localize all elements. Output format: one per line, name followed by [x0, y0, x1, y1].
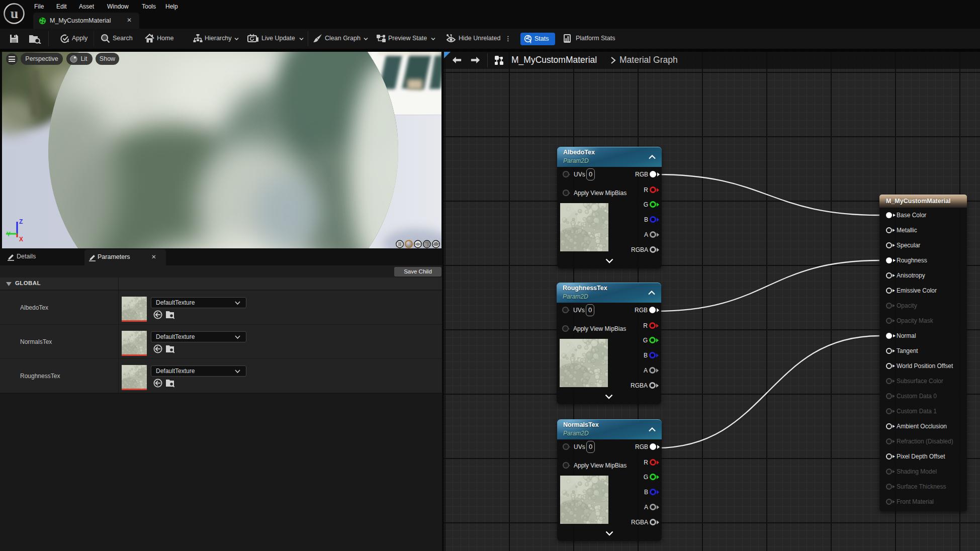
svg-text:i: i — [530, 39, 531, 44]
svg-text:Z: Z — [19, 218, 23, 225]
svg-text:X: X — [19, 236, 23, 243]
svg-text:Y: Y — [7, 231, 11, 238]
svg-text:u: u — [11, 6, 19, 21]
